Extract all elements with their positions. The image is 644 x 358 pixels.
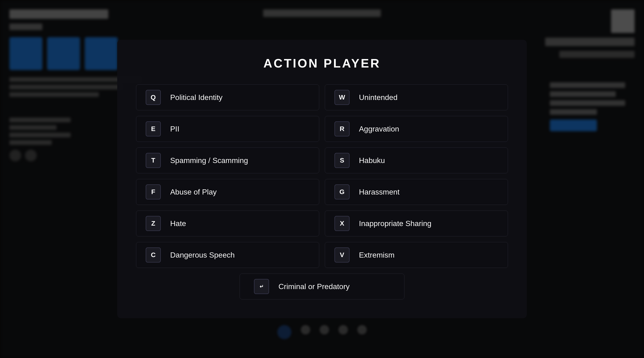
button-criminal-or-predatory[interactable]: ↵ Criminal or Predatory [240,274,404,300]
button-hate[interactable]: Z Hate [136,211,319,236]
modal-title: ACTION PLAYER [136,56,508,70]
label-pii: PII [170,125,179,133]
key-g: G [334,184,350,199]
key-z: Z [146,216,161,231]
label-dangerous-speech: Dangerous Speech [170,251,235,260]
label-harassment: Harassment [359,188,400,196]
key-c: C [146,247,161,263]
label-unintended: Unintended [359,93,398,102]
key-w: W [334,90,350,105]
key-q: Q [146,90,161,105]
label-spamming-scamming: Spamming / Scamming [170,156,248,165]
label-political-identity: Political Identity [170,93,222,102]
button-habuku[interactable]: S Habuku [325,147,508,173]
key-enter: ↵ [254,279,269,294]
button-harassment[interactable]: G Harassment [325,179,508,205]
button-aggravation[interactable]: R Aggravation [325,116,508,142]
button-spamming-scamming[interactable]: T Spamming / Scamming [136,147,319,173]
label-habuku: Habuku [359,156,385,165]
label-aggravation: Aggravation [359,125,399,133]
action-player-modal: ACTION PLAYER Q Political Identity W Uni… [117,40,527,318]
key-r: R [334,121,350,136]
button-inappropriate-sharing[interactable]: X Inappropriate Sharing [325,211,508,236]
key-x: X [334,216,350,231]
button-unintended[interactable]: W Unintended [325,84,508,110]
key-t: T [146,153,161,168]
button-dangerous-speech[interactable]: C Dangerous Speech [136,242,319,268]
label-extremism: Extremism [359,251,394,260]
button-extremism[interactable]: V Extremism [325,242,508,268]
label-inappropriate-sharing: Inappropriate Sharing [359,219,432,228]
button-abuse-of-play[interactable]: F Abuse of Play [136,179,319,205]
button-political-identity[interactable]: Q Political Identity [136,84,319,110]
label-abuse-of-play: Abuse of Play [170,188,216,196]
label-hate: Hate [170,219,186,228]
key-s: S [334,153,350,168]
modal-overlay: ACTION PLAYER Q Political Identity W Uni… [0,0,644,358]
key-f: F [146,184,161,199]
bottom-row: ↵ Criminal or Predatory [136,274,508,300]
label-criminal-or-predatory: Criminal or Predatory [278,282,350,291]
button-pii[interactable]: E PII [136,116,319,142]
key-e: E [146,121,161,136]
button-grid: Q Political Identity W Unintended E PII [136,84,508,268]
key-v: V [334,247,350,263]
